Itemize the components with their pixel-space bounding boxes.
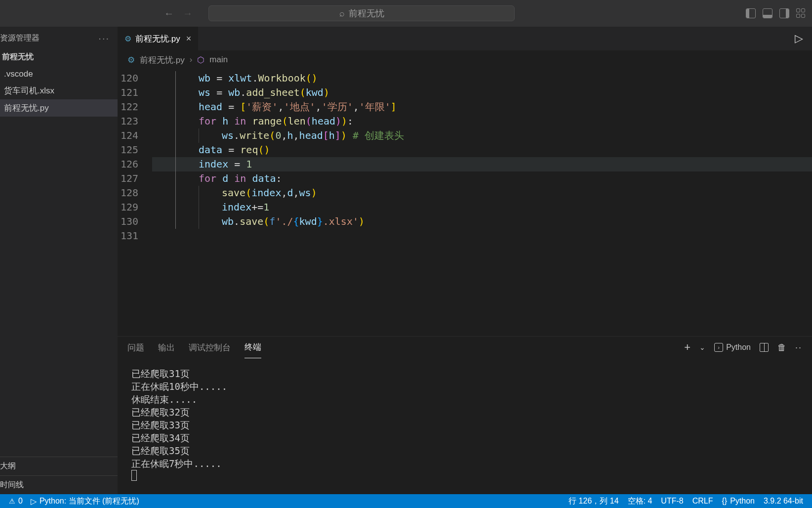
new-terminal-icon[interactable]: + (684, 341, 690, 354)
explorer-sidebar: 资源管理器 ··· 前程无忧 .vscode 货车司机.xlsx 前程无忧.py… (0, 27, 118, 494)
chevron-down-icon[interactable]: ⌄ (699, 343, 705, 351)
warning-icon (9, 497, 15, 506)
file-item[interactable]: .vscode (0, 66, 118, 82)
nav-forward-icon[interactable]: → (183, 8, 193, 19)
panel-tab-debug-console[interactable]: 调试控制台 (189, 337, 231, 358)
breadcrumb-file[interactable]: 前程无忧.py (140, 54, 185, 66)
search-icon: ⌕ (339, 8, 345, 19)
split-terminal-icon[interactable] (760, 343, 769, 352)
toggle-primary-sidebar-icon[interactable] (746, 8, 756, 18)
status-cursor-position[interactable]: 行 126，列 14 (565, 496, 622, 507)
code-editor[interactable]: 120121122123124125126127128129130131 wb … (118, 69, 812, 336)
timeline-section[interactable]: 时间线 (0, 475, 118, 494)
chevron-right-icon: › (190, 55, 193, 65)
customize-layout-icon[interactable] (796, 8, 806, 18)
tab-filename: 前程无忧.py (135, 33, 180, 44)
debug-icon: ▷ (31, 497, 37, 506)
nav-back-icon[interactable]: ← (164, 8, 174, 19)
status-debug-config[interactable]: ▷Python: 当前文件 (前程无忧) (27, 496, 143, 507)
status-bar: 0 ▷Python: 当前文件 (前程无忧) 行 126，列 14 空格: 4 … (0, 494, 812, 508)
panel-tab-terminal[interactable]: 终端 (244, 337, 261, 358)
search-placeholder: 前程无忧 (349, 7, 384, 19)
toggle-secondary-sidebar-icon[interactable] (779, 8, 789, 18)
terminal-output[interactable]: 已经爬取31页 正在休眠10秒中..... 休眠结束..... 已经爬取32页 … (118, 358, 812, 494)
symbol-method-icon: ⬡ (197, 55, 204, 65)
breadcrumb[interactable]: ⚙ 前程无忧.py › ⬡ main (118, 50, 812, 69)
file-item[interactable]: 货车司机.xlsx (0, 82, 118, 99)
file-tree: .vscode 货车司机.xlsx 前程无忧.py (0, 66, 118, 457)
run-icon[interactable]: ▷ (795, 32, 803, 45)
panel-more-icon[interactable]: ·· (795, 342, 802, 353)
breadcrumb-symbol[interactable]: main (209, 55, 228, 65)
python-file-icon: ⚙ (127, 55, 135, 65)
status-encoding[interactable]: UTF-8 (657, 497, 687, 506)
outline-section[interactable]: 大纲 (0, 457, 118, 475)
editor-tabs: ⚙ 前程无忧.py × ▷ (118, 27, 812, 50)
status-problems[interactable]: 0 (5, 497, 27, 506)
panel-tab-problems[interactable]: 问题 (127, 337, 144, 358)
search-input[interactable]: ⌕ 前程无忧 (208, 5, 515, 21)
explorer-more-icon[interactable]: ··· (98, 33, 110, 44)
status-language[interactable]: {}Python (718, 497, 759, 506)
explorer-title: 资源管理器 (0, 33, 40, 43)
terminal-icon: › (714, 343, 723, 352)
toggle-panel-icon[interactable] (763, 8, 772, 18)
braces-icon: {} (722, 497, 727, 506)
line-numbers: 120121122123124125126127128129130131 (118, 69, 152, 336)
workspace-folder[interactable]: 前程无忧 (0, 49, 118, 66)
status-eol[interactable]: CRLF (689, 497, 717, 506)
code-content[interactable]: wb = xlwt.Workbook()ws = wb.add_sheet(kw… (152, 69, 812, 336)
close-tab-icon[interactable]: × (186, 34, 192, 44)
editor-tab[interactable]: ⚙ 前程无忧.py × (118, 27, 199, 50)
terminal-profile[interactable]: › Python (714, 343, 751, 352)
titlebar: ← → ⌕ 前程无忧 (0, 0, 812, 27)
file-item[interactable]: 前程无忧.py (0, 99, 118, 117)
status-indentation[interactable]: 空格: 4 (624, 496, 656, 507)
panel-tab-output[interactable]: 输出 (158, 337, 175, 358)
status-interpreter[interactable]: 3.9.2 64-bit (760, 497, 807, 506)
kill-terminal-icon[interactable]: 🗑 (777, 342, 786, 353)
bottom-panel: 问题 输出 调试控制台 终端 + ⌄ › Python 🗑 ·· 已经爬取31页… (118, 336, 812, 494)
python-file-icon: ⚙ (124, 34, 131, 43)
